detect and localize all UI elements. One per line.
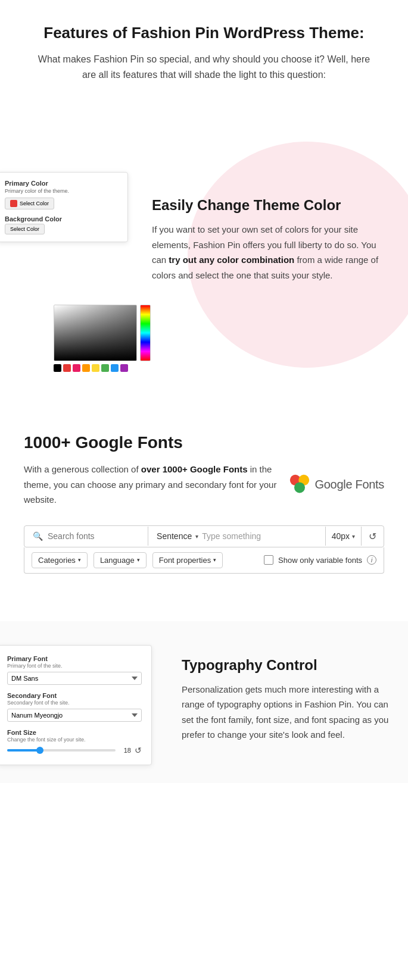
search-icon: 🔍 [33,531,43,541]
swatch-pink[interactable] [73,364,80,372]
typography-text-content: Typography Control Personalization gets … [170,645,408,754]
font-size-value-display: 18 [119,747,131,754]
font-size-label: Font Size [7,729,142,736]
typography-section: Primary Font Primary font of the site. D… [0,621,408,783]
bg-btn-label: Select Color [10,226,39,232]
secondary-font-label: Secondary Font [7,692,142,699]
font-size-value: 40px [332,531,350,541]
color-swatches-row [54,364,128,372]
font-properties-filter-btn[interactable]: Font properties ▾ [152,552,223,568]
sentence-dropdown-arrow[interactable]: ▾ [195,533,198,540]
variable-fonts-label: Show only variable fonts [278,556,362,565]
refresh-button[interactable]: ↺ [362,526,384,547]
google-fonts-section: 1000+ Google Fonts With a generous colle… [0,403,408,586]
fonts-desc-bold: over 1000+ Google Fonts [141,464,248,474]
color-heading: Easily Change Theme Color [152,197,390,214]
language-arrow: ▾ [137,557,140,563]
primary-font-sublabel: Primary font of the site. [7,663,142,669]
search-input[interactable] [48,531,139,541]
features-header-section: Features of Fashion Pin WordPress Theme:… [0,0,408,94]
secondary-font-select[interactable]: Nanum Myeongjo [7,709,142,722]
categories-arrow: ▾ [78,557,81,563]
swatch-yellow[interactable] [92,364,99,372]
features-subtext: What makes Fashion Pin so special, and w… [36,52,372,82]
size-area[interactable]: 40px ▾ [326,527,362,546]
color-desc-bold: try out any color combination [169,255,294,265]
fonts-heading: 1000+ Google Fonts [24,433,384,452]
swatch-black[interactable] [54,364,61,372]
google-fonts-icon [289,474,310,495]
fonts-description: With a generous collection of over 1000+… [24,462,277,508]
primary-color-btn[interactable]: Select Color [5,198,54,209]
google-fonts-text: Google Fonts [315,478,384,491]
fonts-heading-bold: Google Fonts [75,433,182,452]
typography-settings-card: Primary Font Primary font of the site. D… [0,645,152,765]
search-input-area[interactable]: 🔍 [24,527,148,546]
color-text-content: Easily Change Theme Color If you want to… [140,185,408,295]
info-icon[interactable]: i [367,555,376,565]
sentence-label: Sentence [157,531,192,541]
google-fonts-logo: Google Fonts [289,474,384,495]
bg-color-label: Background Color [5,215,120,223]
slider-fill [7,749,40,752]
variable-fonts-checkbox[interactable] [264,555,273,565]
color-settings-card: Primary Color Primary color of the theme… [0,172,128,242]
fonts-content-row: With a generous collection of over 1000+… [24,462,384,508]
swatch-blue[interactable] [111,364,119,372]
font-properties-label: Font properties [159,556,211,565]
size-dropdown-arrow[interactable]: ▾ [352,533,355,540]
primary-font-select[interactable]: DM Sans [7,672,142,685]
type-something-placeholder[interactable]: Type something [202,531,316,541]
color-hue-slider[interactable] [140,305,151,361]
font-size-slider-row: 18 ↺ [7,746,142,755]
font-search-bar: 🔍 Sentence ▾ Type something 40px ▾ ↺ [24,525,384,547]
font-filter-bar: Categories ▾ Language ▾ Font properties … [24,547,384,574]
color-description: If you want to set your own set of color… [152,222,390,283]
swatch-green[interactable] [101,364,109,372]
typography-description: Personalization gets much more interesti… [182,682,390,743]
slider-thumb[interactable] [36,747,43,754]
typo-refresh-icon[interactable]: ↺ [135,746,142,755]
svg-point-2 [294,483,305,493]
language-label: Language [100,556,135,565]
color-swatch-red [10,200,17,207]
bg-color-btn[interactable]: Select Color [5,224,45,234]
secondary-font-sublabel: Secondary font of the site. [7,700,142,706]
primary-btn-label: Select Color [20,201,49,206]
swatch-red[interactable] [63,364,71,372]
primary-color-label: Primary Color [5,180,120,187]
properties-arrow: ▾ [213,557,216,563]
primary-color-sublabel: Primary color of the theme. [5,188,120,194]
font-size-sublabel: Change the font size of your site. [7,737,142,743]
language-filter-btn[interactable]: Language ▾ [94,552,147,568]
fonts-desc-start: With a generous collection of [24,464,141,474]
sentence-area[interactable]: Sentence ▾ Type something [148,527,326,546]
typography-heading: Typography Control [182,657,390,674]
categories-filter-btn[interactable]: Categories ▾ [32,552,88,568]
font-size-slider[interactable] [7,749,116,752]
swatch-purple[interactable] [120,364,128,372]
typography-mockup-panel: Primary Font Primary font of the site. D… [0,645,158,765]
features-heading: Features of Fashion Pin WordPress Theme: [36,24,372,42]
color-change-section: Primary Color Primary color of the theme… [0,130,408,368]
swatch-orange[interactable] [82,364,90,372]
fonts-heading-number: 1000+ [24,433,75,452]
color-mockup-panel: Primary Color Primary color of the theme… [0,172,140,308]
primary-font-label: Primary Font [7,655,142,662]
color-picker-gradient[interactable] [54,305,137,361]
variable-fonts-area: Show only variable fonts i [264,555,376,565]
categories-label: Categories [38,556,76,565]
